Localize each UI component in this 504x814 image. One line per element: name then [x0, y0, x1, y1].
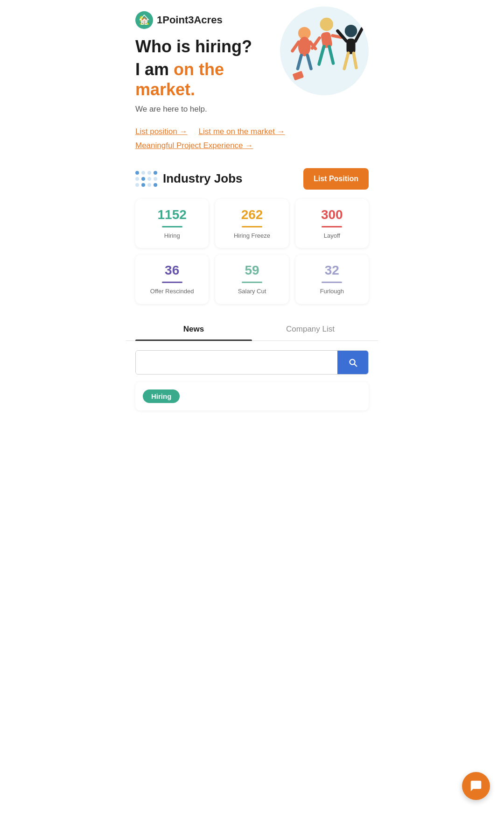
search-section: [126, 341, 378, 375]
dot: [147, 177, 151, 181]
logo[interactable]: 🏡 1Point3Acres: [135, 11, 275, 29]
dot: [135, 171, 139, 175]
project-experience-link[interactable]: Meaningful Project Experience →: [135, 141, 253, 150]
svg-line-7: [298, 56, 301, 69]
stat-label: Layoff: [302, 232, 362, 240]
stat-card[interactable]: 300 Layoff: [295, 199, 369, 248]
svg-line-14: [329, 47, 333, 64]
tabs-section: NewsCompany List: [126, 318, 378, 341]
svg-text:🏡: 🏡: [139, 15, 150, 25]
header: 🏡 1Point3Acres Who is hiring? I am on th…: [126, 0, 378, 114]
list-position-button[interactable]: List Position: [303, 168, 369, 190]
svg-rect-10: [321, 32, 333, 49]
svg-line-5: [293, 42, 299, 51]
links-row-1: List position → List me on the market →: [135, 127, 369, 136]
dot: [135, 177, 139, 181]
stat-number: 32: [302, 263, 362, 278]
stat-label: Hiring Freeze: [222, 232, 282, 240]
stat-number: 1152: [142, 207, 202, 222]
stat-number: 59: [222, 263, 282, 278]
hero-title: Who is hiring?: [135, 36, 275, 57]
hero-subtitle: I am on the market.: [135, 59, 275, 99]
stat-divider: [162, 282, 182, 283]
search-icon: [348, 357, 358, 368]
stat-divider: [162, 226, 182, 227]
dot: [154, 177, 157, 181]
stat-divider: [242, 282, 262, 283]
stat-card[interactable]: 262 Hiring Freeze: [215, 199, 288, 248]
svg-point-9: [320, 18, 334, 31]
dot: [154, 171, 157, 175]
stat-label: Offer Rescinded: [142, 288, 202, 296]
stat-divider: [242, 226, 262, 227]
svg-line-19: [344, 53, 349, 69]
news-card-section: Hiring: [126, 375, 378, 418]
list-me-link[interactable]: List me on the market →: [199, 127, 285, 136]
svg-line-8: [308, 56, 311, 69]
header-left: 🏡 1Point3Acres Who is hiring? I am on th…: [135, 11, 275, 114]
stat-card[interactable]: 1152 Hiring: [135, 199, 209, 248]
search-input[interactable]: [136, 351, 337, 374]
dot: [154, 183, 157, 187]
dot: [141, 183, 145, 187]
tab-news[interactable]: News: [135, 318, 252, 340]
dot: [147, 183, 151, 187]
hiring-badge: Hiring: [143, 389, 180, 403]
stats-grid: 1152 Hiring 262 Hiring Freeze 300 Layoff…: [126, 190, 378, 304]
stat-number: 300: [302, 207, 362, 222]
search-bar: [135, 350, 369, 375]
section-header: Industry Jobs List Position: [126, 155, 378, 190]
stat-card[interactable]: 59 Salary Cut: [215, 255, 288, 304]
stat-card[interactable]: 36 Offer Rescinded: [135, 255, 209, 304]
people-illustration: [280, 7, 369, 95]
stat-number: 36: [142, 263, 202, 278]
dot: [141, 171, 145, 175]
stat-label: Salary Cut: [222, 288, 282, 296]
stat-divider: [322, 226, 342, 227]
hero-subtitle-prefix: I am: [135, 60, 174, 79]
logo-icon: 🏡: [135, 11, 153, 29]
svg-line-20: [354, 53, 357, 68]
links-section: List position → List me on the market → …: [126, 114, 378, 150]
svg-line-13: [319, 47, 324, 64]
hero-bubble: [280, 7, 369, 95]
dot: [141, 177, 145, 181]
news-card: Hiring: [135, 382, 369, 411]
svg-point-15: [345, 25, 357, 37]
dot: [135, 183, 139, 187]
stat-divider: [322, 282, 342, 283]
stat-number: 262: [222, 207, 282, 222]
section-title: Industry Jobs: [163, 171, 242, 186]
search-button[interactable]: [337, 351, 368, 374]
stat-label: Furlough: [302, 288, 362, 296]
logo-text: 1Point3Acres: [157, 14, 223, 26]
dots-decoration: [135, 171, 157, 187]
section-title-wrapper: Industry Jobs: [135, 171, 242, 187]
hero-description: We are here to help.: [135, 105, 275, 114]
stat-card[interactable]: 32 Furlough: [295, 255, 369, 304]
tab-company-list[interactable]: Company List: [252, 318, 369, 340]
svg-point-4: [298, 37, 311, 57]
links-row-2: Meaningful Project Experience →: [135, 141, 369, 150]
dot: [147, 171, 151, 175]
svg-rect-21: [292, 71, 304, 80]
list-position-link[interactable]: List position →: [135, 127, 188, 136]
stat-label: Hiring: [142, 232, 202, 240]
hero-image: [275, 7, 369, 100]
